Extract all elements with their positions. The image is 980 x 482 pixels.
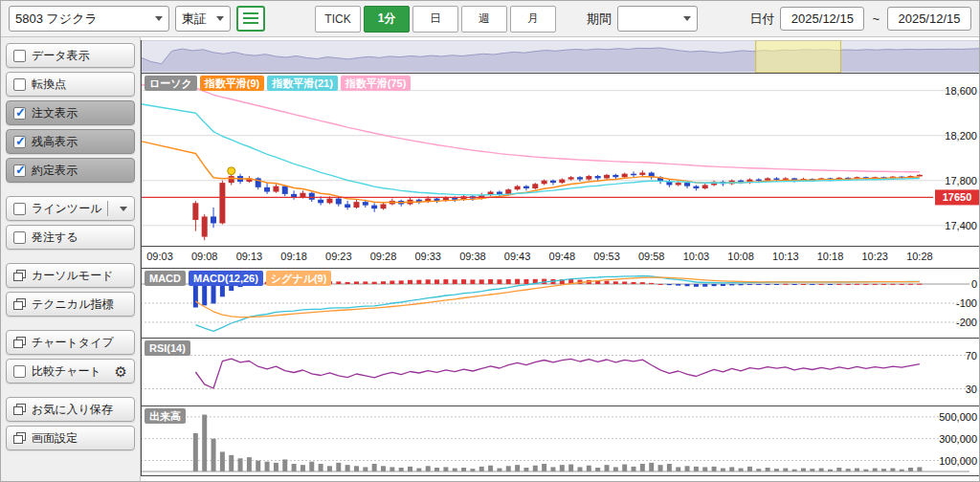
svg-text:500,000: 500,000 [939,411,977,423]
period-selector[interactable] [617,6,698,32]
window-icon [13,404,26,415]
watchlist-button[interactable] [236,6,265,32]
time-axis-label: 09:08 [191,251,218,262]
sidebar-item-label: ラインツール [32,201,101,217]
svg-text:17,400: 17,400 [945,220,977,231]
sidebar-item-balance-display[interactable]: 残高表示 [6,129,135,154]
checkbox-icon [13,231,26,244]
exchange-selector-value: 東証 [182,11,207,28]
volume-panel[interactable]: 500,000300,000100,000 [141,406,979,475]
macd-legend: MACD MACD(12,26) シグナル(9) [145,271,331,286]
sidebar-item-order-display[interactable]: 注文表示 [6,100,135,125]
toolbar: 5803 フジクラ 東証 TICK 1分 日 週 月 期間 日付 2025/12… [1,1,979,37]
svg-text:-100: -100 [956,297,977,309]
exchange-selector[interactable]: 東証 [175,6,231,32]
date-to-input[interactable]: 2025/12/15 [887,7,971,31]
main-chart-legend: ローソク 指数平滑(9) 指数平滑(21) 指数平滑(75) [145,76,411,91]
sidebar-item-label: お気に入り保存 [32,402,113,418]
sidebar-item-label: 画面設定 [32,430,78,447]
time-axis: 09:0309:0809:1309:1809:2309:2809:3309:38… [141,247,979,268]
legend-macd-line-chip[interactable]: MACD(12,26) [189,271,263,286]
window-icon [13,432,26,444]
svg-text:30: 30 [966,383,977,395]
rsi-panel[interactable]: 7030 [141,339,979,405]
timeframe-day-button[interactable]: 日 [412,6,458,33]
sidebar-item-screen-settings[interactable]: 画面設定 [6,426,135,450]
svg-text:17650: 17650 [943,191,972,203]
legend-ema21-chip[interactable]: 指数平滑(21) [267,76,338,91]
timeframe-month-button[interactable]: 月 [510,6,556,33]
checkbox-icon [13,203,26,215]
time-axis-label: 09:18 [280,251,307,262]
svg-text:-200: -200 [956,317,977,328]
time-axis-label: 10:28 [906,251,933,262]
main-chart-panel[interactable]: 18,60018,20017,80017,40017650 [141,74,979,246]
legend-ema75-chip[interactable]: 指数平滑(75) [341,76,412,91]
sidebar-item-label: テクニカル指標 [32,296,113,313]
legend-volume-chip[interactable]: 出来高 [145,408,186,424]
chevron-down-icon[interactable] [120,207,127,211]
chevron-down-icon [216,16,224,21]
sidebar: データ表示 転換点 注文表示 残高表示 約定表示 ラインツール [1,37,141,482]
svg-text:70: 70 [966,350,977,362]
timeframe-group: TICK 1分 日 週 月 [315,6,556,33]
sidebar-item-save-favorite[interactable]: お気に入り保存 [6,397,135,422]
time-axis-label: 10:23 [861,251,888,262]
time-axis-label: 10:13 [772,251,799,262]
legend-rsi-chip[interactable]: RSI(14) [145,340,190,356]
sidebar-item-line-tool[interactable]: ラインツール [6,196,135,221]
sidebar-item-label: 発注する [32,230,78,246]
legend-macd-signal-chip[interactable]: シグナル(9) [266,271,331,286]
chevron-down-icon [155,16,163,21]
svg-text:17,800: 17,800 [945,175,977,186]
checkbox-icon [13,50,26,62]
sidebar-item-label: 残高表示 [32,134,78,150]
window-icon [13,337,26,348]
time-axis-label: 10:03 [683,251,710,262]
window-icon [13,298,26,310]
timeframe-week-button[interactable]: 週 [461,6,507,33]
stock-selector[interactable]: 5803 フジクラ [9,6,169,32]
timeframe-1min-button[interactable]: 1分 [364,6,410,33]
legend-ema9-chip[interactable]: 指数平滑(9) [200,76,264,91]
sidebar-item-label: 約定表示 [32,163,78,179]
checkbox-checked-icon [13,107,26,120]
gear-icon[interactable] [115,364,127,379]
chart-app: 5803 フジクラ 東証 TICK 1分 日 週 月 期間 日付 2025/12… [0,0,980,482]
date-from-input[interactable]: 2025/12/15 [780,7,864,31]
time-axis-label: 09:48 [549,251,576,262]
sidebar-item-turning-point[interactable]: 転換点 [6,72,135,97]
period-label: 期間 [587,11,612,28]
time-axis-label: 09:33 [414,251,441,262]
date-label: 日付 [749,11,774,28]
checkbox-icon [13,365,26,378]
time-axis-label: 09:53 [593,251,620,262]
timeframe-tick-button[interactable]: TICK [315,6,361,33]
svg-text:18,600: 18,600 [945,85,977,97]
svg-text:300,000: 300,000 [939,433,977,445]
sidebar-item-cursor-mode[interactable]: カーソルモード [6,263,135,288]
chevron-down-icon [683,16,691,21]
sidebar-item-label: 転換点 [32,77,66,93]
checkbox-checked-icon [13,136,26,148]
sidebar-item-label: データ表示 [32,48,90,64]
legend-macd-chip[interactable]: MACD [145,271,186,286]
legend-candle-chip[interactable]: ローソク [145,76,197,91]
sidebar-item-technical-indicators[interactable]: テクニカル指標 [6,292,135,317]
time-axis-label: 09:03 [146,251,173,262]
time-axis-label: 10:18 [817,251,844,262]
sidebar-item-chart-type[interactable]: チャートタイプ [6,330,135,355]
svg-text:0: 0 [971,278,977,290]
time-axis-label: 09:13 [236,251,263,262]
sidebar-item-compare-chart[interactable]: 比較チャート [6,359,135,383]
checkbox-checked-icon [13,164,26,177]
time-axis-label: 09:28 [370,251,397,262]
chart-area: 18,60018,20017,80017,40017650 ローソク 指数平滑(… [141,37,979,482]
sidebar-item-execution-display[interactable]: 約定表示 [6,158,135,183]
rsi-legend: RSI(14) [145,340,190,356]
window-icon [13,270,26,281]
chart-navigator[interactable] [141,40,979,73]
sidebar-item-place-order[interactable]: 発注する [6,225,135,250]
sidebar-item-data-display[interactable]: データ表示 [6,43,135,68]
time-axis-label: 09:43 [504,251,531,262]
